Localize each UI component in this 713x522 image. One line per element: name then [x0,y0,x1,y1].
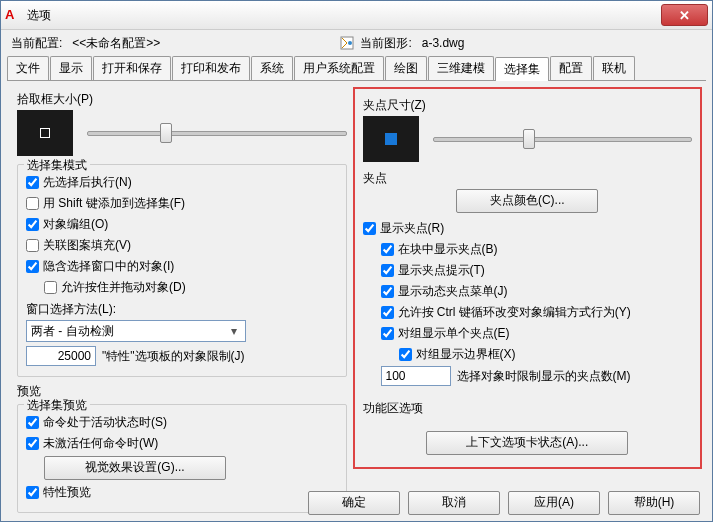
drawing-value: a-3.dwg [422,36,465,50]
context-tab-button[interactable]: 上下文选项卡状态(A)... [426,431,628,455]
titlebar: 选项 ✕ [1,1,712,30]
chk-dynamic-menu[interactable] [381,285,394,298]
close-button[interactable]: ✕ [661,4,708,26]
tab-1[interactable]: 显示 [50,56,92,80]
chk-group-single[interactable] [381,327,394,340]
tab-7[interactable]: 三维建模 [428,56,494,80]
tab-5[interactable]: 用户系统配置 [294,56,384,80]
window-title: 选项 [27,7,661,24]
selection-modes-legend: 选择集模式 [24,157,90,174]
drawing-icon [340,35,356,51]
tab-4[interactable]: 系统 [251,56,293,80]
chk-object-group[interactable] [26,218,39,231]
visual-effects-button[interactable]: 视觉效果设置(G)... [44,456,226,480]
chk-grip-tips[interactable] [381,264,394,277]
cancel-button[interactable]: 取消 [408,491,500,515]
property-limit-input[interactable]: 25000 [26,346,96,366]
selection-preview-legend: 选择集预览 [24,397,90,414]
chk-press-drag[interactable] [44,281,57,294]
chk-show-grips[interactable] [363,222,376,235]
profile-value: <<未命名配置>> [72,35,160,52]
svg-point-1 [348,41,352,45]
drawing-label: 当前图形: [360,35,411,52]
selection-preview-group: 选择集预览 命令处于活动状态时(S) 未激活任何命令时(W) 视觉效果设置(G)… [17,404,347,513]
chevron-down-icon: ▾ [226,324,241,338]
grip-limit-label: 选择对象时限制显示的夹点数(M) [457,368,631,385]
tab-0[interactable]: 文件 [7,56,49,80]
profile-label: 当前配置: [11,35,62,52]
grip-size-label: 夹点尺寸(Z) [363,97,693,114]
selection-modes-group: 选择集模式 先选择后执行(N) 用 Shift 键添加到选择集(F) 对象编组(… [17,164,347,377]
property-limit-label: "特性"选项板的对象限制(J) [102,348,245,365]
tab-6[interactable]: 绘图 [385,56,427,80]
chk-shift-add[interactable] [26,197,39,210]
header-row: 当前配置: <<未命名配置>> 当前图形: a-3.dwg [1,30,712,56]
tab-2[interactable]: 打开和保存 [93,56,171,80]
tab-10[interactable]: 联机 [593,56,635,80]
chk-cmd-active[interactable] [26,416,39,429]
ok-button[interactable]: 确定 [308,491,400,515]
tab-3[interactable]: 打印和发布 [172,56,250,80]
grip-slider[interactable] [433,129,693,149]
app-icon [5,7,21,23]
ribbon-heading: 功能区选项 [363,400,693,417]
chk-group-bbox[interactable] [399,348,412,361]
grip-limit-input[interactable]: 100 [381,366,451,386]
chk-grips-in-block[interactable] [381,243,394,256]
tab-9[interactable]: 配置 [550,56,592,80]
chk-property-preview[interactable] [26,486,39,499]
chk-assoc-hatch[interactable] [26,239,39,252]
help-button[interactable]: 帮助(H) [608,491,700,515]
pickbox-size-label: 拾取框大小(P) [17,91,347,108]
tab-8[interactable]: 选择集 [495,57,549,81]
chk-ctrl-cycle[interactable] [381,306,394,319]
apply-button[interactable]: 应用(A) [508,491,600,515]
window-method-combo[interactable]: 两者 - 自动检测▾ [26,320,246,342]
window-method-label: 窗口选择方法(L): [26,301,338,318]
grip-color-button[interactable]: 夹点颜色(C)... [456,189,598,213]
chk-no-cmd[interactable] [26,437,39,450]
tab-strip: 文件显示打开和保存打印和发布系统用户系统配置绘图三维建模选择集配置联机 [7,56,706,81]
pickbox-slider[interactable] [87,123,347,143]
chk-implied-window[interactable] [26,260,39,273]
pickbox-preview [17,110,73,156]
grips-heading: 夹点 [363,170,693,187]
grip-preview [363,116,419,162]
chk-noun-verb[interactable] [26,176,39,189]
